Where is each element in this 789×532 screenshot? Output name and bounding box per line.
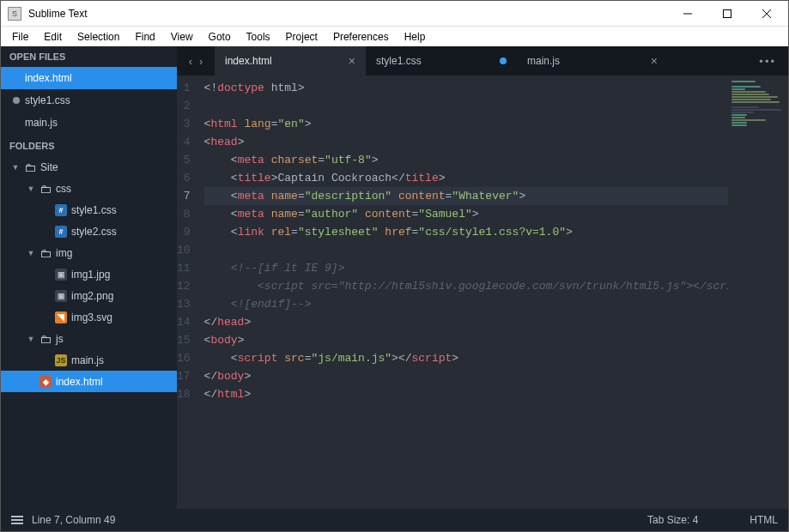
code-line[interactable]: </body> bbox=[204, 367, 728, 385]
tab-overflow-button[interactable]: ••• bbox=[759, 55, 776, 68]
tab-label: index.html bbox=[225, 55, 272, 67]
tree-item-label: Site bbox=[40, 161, 58, 173]
disclosure-icon[interactable]: ▼ bbox=[27, 335, 35, 343]
menu-find[interactable]: Find bbox=[127, 28, 162, 45]
tree-folder[interactable]: ▼🗀css bbox=[1, 178, 177, 199]
tree-folder[interactable]: ▼🗀img bbox=[1, 242, 177, 263]
code-editor[interactable]: 123456789101112131415161718 <!doctype ht… bbox=[177, 76, 728, 509]
code-line[interactable]: <meta charset="utf-8"> bbox=[204, 151, 728, 169]
menu-view[interactable]: View bbox=[163, 28, 201, 45]
tab-close-icon[interactable]: × bbox=[349, 54, 355, 68]
disclosure-icon[interactable]: ▼ bbox=[27, 249, 35, 257]
open-file[interactable]: index.html bbox=[1, 67, 177, 89]
tree-item-label: style2.css bbox=[71, 226, 117, 238]
close-button[interactable] bbox=[747, 1, 786, 26]
tab-label: style1.css bbox=[376, 55, 422, 67]
menu-preferences[interactable]: Preferences bbox=[325, 28, 397, 45]
tree-item-label: style1.css bbox=[71, 204, 117, 216]
tree-item-label: js bbox=[56, 333, 64, 345]
code-line[interactable]: <body> bbox=[204, 331, 728, 349]
code-line[interactable]: </head> bbox=[204, 313, 728, 331]
tree-file[interactable]: #style1.css bbox=[1, 199, 177, 221]
tree-file[interactable]: #style2.css bbox=[1, 221, 177, 242]
line-number: 18 bbox=[177, 385, 191, 403]
code-line[interactable]: <meta name="author" content="Samuel"> bbox=[204, 205, 728, 223]
code-line[interactable]: <script src="js/main.js"></script> bbox=[204, 349, 728, 367]
editor-tab[interactable]: main.js× bbox=[517, 46, 668, 76]
tab-bar: ‹ › index.html×style1.cssmain.js× ••• bbox=[177, 46, 788, 76]
tree-file[interactable]: ▣img2.png bbox=[1, 285, 177, 306]
open-file-label: style1.css bbox=[25, 94, 70, 106]
code-line[interactable]: <![endif]--> bbox=[204, 295, 728, 313]
js-icon: JS bbox=[55, 354, 67, 366]
code-line[interactable]: <meta name="description" content="Whatev… bbox=[204, 187, 728, 205]
status-tab-size[interactable]: Tab Size: 4 bbox=[647, 514, 698, 526]
line-number: 10 bbox=[177, 241, 191, 259]
nav-forward-button[interactable]: › bbox=[199, 55, 203, 68]
img-icon: ▣ bbox=[55, 290, 67, 302]
css-icon: # bbox=[55, 226, 67, 238]
code-content[interactable]: <!doctype html><html lang="en"><head> <m… bbox=[201, 76, 728, 509]
maximize-button[interactable] bbox=[707, 1, 747, 26]
minimize-button[interactable] bbox=[668, 1, 707, 26]
tab-close-icon[interactable]: × bbox=[651, 54, 658, 68]
line-number: 5 bbox=[177, 151, 191, 169]
tree-item-label: img bbox=[56, 247, 72, 259]
code-line[interactable] bbox=[204, 97, 728, 115]
tab-label: main.js bbox=[527, 55, 560, 67]
code-line[interactable]: <script src="http://html5shiv.googlecode… bbox=[204, 277, 728, 295]
tree-file[interactable]: JSmain.js bbox=[1, 349, 177, 371]
code-line[interactable]: <link rel="stylesheet" href="css/style1.… bbox=[204, 223, 728, 241]
editor-tab[interactable]: style1.css bbox=[366, 46, 517, 76]
menu-selection[interactable]: Selection bbox=[70, 28, 127, 45]
menu-bar: FileEditSelectionFindViewGotoToolsProjec… bbox=[1, 27, 788, 46]
code-line[interactable]: <!--[if lt IE 9]> bbox=[204, 259, 728, 277]
disclosure-icon[interactable]: ▼ bbox=[27, 184, 35, 193]
code-line[interactable]: <html lang="en"> bbox=[204, 115, 728, 133]
menu-edit[interactable]: Edit bbox=[36, 28, 70, 45]
tree-folder[interactable]: ▼🗀Site bbox=[1, 156, 177, 178]
img-icon: ▣ bbox=[55, 269, 67, 281]
open-file[interactable]: main.js bbox=[1, 112, 177, 134]
editor-tab[interactable]: index.html× bbox=[215, 46, 366, 76]
line-number: 13 bbox=[177, 295, 191, 313]
disclosure-icon[interactable]: ▼ bbox=[11, 163, 20, 172]
open-files-header: OPEN FILES bbox=[1, 46, 177, 67]
tree-file[interactable]: ◈index.html bbox=[1, 371, 177, 392]
code-line[interactable]: <title>Captain Cockroach</title> bbox=[204, 169, 728, 187]
menu-goto[interactable]: Goto bbox=[201, 28, 239, 45]
html-icon: ◈ bbox=[39, 376, 52, 388]
tree-item-label: index.html bbox=[56, 376, 103, 388]
status-syntax[interactable]: HTML bbox=[750, 514, 778, 526]
folder-icon: 🗀 bbox=[24, 160, 36, 174]
line-number: 17 bbox=[177, 367, 191, 385]
line-number: 15 bbox=[177, 331, 191, 349]
line-gutter: 123456789101112131415161718 bbox=[177, 76, 201, 509]
menu-help[interactable]: Help bbox=[397, 28, 434, 45]
menu-icon[interactable] bbox=[11, 516, 23, 524]
minimap[interactable] bbox=[728, 76, 788, 509]
folder-icon: 🗀 bbox=[39, 246, 52, 260]
open-file[interactable]: style1.css bbox=[1, 89, 177, 112]
tree-item-label: img3.svg bbox=[71, 311, 112, 323]
status-bar: Line 7, Column 49 Tab Size: 4 HTML bbox=[1, 509, 788, 531]
menu-project[interactable]: Project bbox=[278, 28, 325, 45]
menu-tools[interactable]: Tools bbox=[239, 28, 278, 45]
code-line[interactable]: <head> bbox=[204, 133, 728, 151]
svg-rect-1 bbox=[724, 9, 731, 17]
tree-file[interactable]: ▣img1.jpg bbox=[1, 263, 177, 285]
code-line[interactable]: <!doctype html> bbox=[204, 79, 728, 97]
open-file-label: main.js bbox=[25, 117, 58, 129]
line-number: 14 bbox=[177, 313, 191, 331]
title-bar: S Sublime Text bbox=[1, 1, 788, 27]
tree-file[interactable]: ◥img3.svg bbox=[1, 306, 177, 328]
nav-back-button[interactable]: ‹ bbox=[189, 55, 192, 68]
app-icon: S bbox=[8, 7, 21, 21]
code-line[interactable] bbox=[204, 241, 728, 259]
status-position[interactable]: Line 7, Column 49 bbox=[32, 514, 115, 526]
tree-folder[interactable]: ▼🗀js bbox=[1, 328, 177, 349]
folders-header: FOLDERS bbox=[1, 136, 177, 156]
menu-file[interactable]: File bbox=[4, 28, 36, 45]
line-number: 6 bbox=[177, 169, 191, 187]
code-line[interactable]: </html> bbox=[204, 385, 728, 403]
